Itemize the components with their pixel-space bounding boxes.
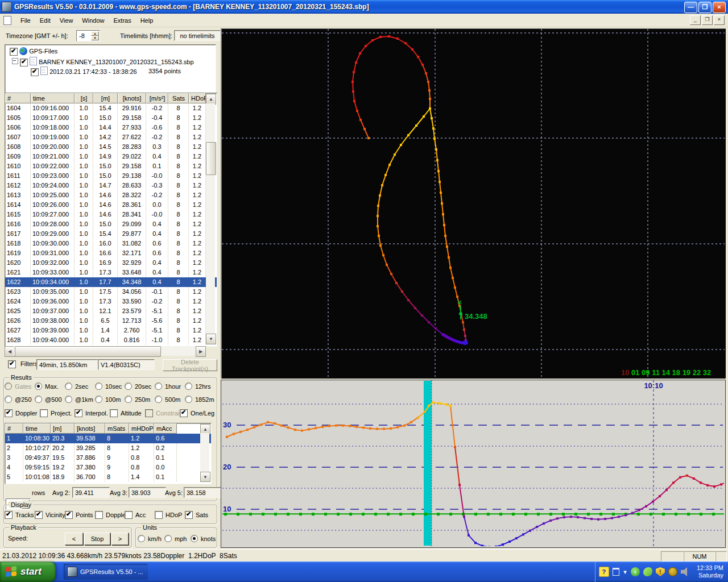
table-header-row[interactable]: #time[s][m][knots][m/s²]SatsHDoP — [5, 93, 217, 103]
tree-item-file[interactable]: BARNEY KENNEY_113201007_20120321_155243.… — [12, 57, 194, 66]
mdi-close-button[interactable]: × — [714, 15, 725, 25]
window-restore-icon[interactable] — [613, 568, 619, 576]
tree-item-session[interactable]: 2012.03.21 17:42:33 - 18:38:26 — [31, 66, 137, 76]
table-row[interactable]: 161510:09:27.0001.014.628.341-0.081.2 — [5, 210, 217, 219]
radio-icon[interactable] — [185, 396, 192, 403]
menu-edit[interactable]: Edit — [35, 15, 55, 26]
checkbox-project[interactable]: Project. — [40, 409, 72, 417]
radio-icon[interactable] — [65, 383, 72, 390]
playback-stop-button[interactable]: Stop — [84, 533, 110, 545]
checkbox-icon[interactable] — [8, 360, 16, 368]
radio-icon[interactable] — [164, 535, 172, 542]
mdi-minimize-button[interactable]: _ — [690, 15, 701, 25]
radio-10sec[interactable]: 10sec — [95, 383, 122, 390]
table-row[interactable]: 161810:09:30.0001.016.031.0820.681.2 — [5, 239, 217, 248]
table-row[interactable]: 162710:09:39.0001.01.42.760-5.181.2 — [5, 326, 217, 335]
spin-down-icon[interactable]: ▼ — [91, 36, 99, 40]
minimize-button[interactable]: ― — [684, 2, 697, 13]
scroll-thumb[interactable] — [206, 142, 216, 175]
table-row[interactable]: 161710:09:29.0001.015.429.8770.481.2 — [5, 229, 217, 239]
radio-icon[interactable] — [95, 383, 102, 390]
playback-prev-button[interactable]: < — [65, 533, 83, 545]
results-table-scrollbar[interactable]: ▲ ▼ — [200, 424, 209, 482]
radio-icon[interactable] — [125, 396, 132, 403]
table-row[interactable]: 162010:09:32.0001.016.932.9290.481.2 — [5, 258, 217, 268]
avg2-field[interactable]: 39.411 — [72, 487, 110, 498]
trackpoint-table[interactable]: #time[s][m][knots][m/s²]SatsHDoP160410:0… — [5, 93, 217, 347]
table-row[interactable]: 409:59:1519.237.38090.80.0 — [5, 463, 211, 472]
menu-view[interactable]: View — [55, 15, 78, 26]
checkbox-icon[interactable] — [65, 511, 73, 519]
radio-1km[interactable]: @1km — [65, 396, 93, 403]
checkbox-icon[interactable] — [75, 409, 82, 417]
scroll-thumb[interactable] — [15, 346, 161, 357]
checkbox-icon[interactable] — [31, 68, 39, 76]
checkbox-icon[interactable] — [185, 511, 193, 519]
checkbox-vicinity[interactable]: Vicinity — [35, 511, 65, 519]
table-row[interactable]: 110:08:3020.339.53881.20.6 — [5, 434, 211, 443]
menu-extras[interactable]: Extras — [109, 15, 135, 26]
checkbox-icon[interactable] — [10, 48, 18, 56]
radio-gates[interactable]: Gates — [5, 383, 31, 390]
table-row[interactable]: 160710:09:19.0001.014.227.622-0.281.2 — [5, 132, 217, 142]
table-row[interactable]: 160910:09:21.0001.014.929.0220.481.2 — [5, 152, 217, 161]
menu-window[interactable]: Window — [77, 15, 109, 26]
checkbox-icon[interactable] — [145, 409, 153, 417]
checkbox-doppler[interactable]: Doppler — [5, 409, 38, 417]
menu-file[interactable]: File — [16, 15, 35, 26]
collapse-icon[interactable] — [12, 58, 18, 64]
gps-files-tree[interactable]: GPS-Files BARNEY KENNEY_113201007_201203… — [5, 44, 216, 93]
table-row[interactable]: 162210:09:34.0001.017.734.3480.481.2 — [5, 277, 217, 287]
checkbox-icon[interactable] — [110, 409, 118, 417]
table-row[interactable]: 210:10:2720.239.28581.20.2 — [5, 443, 211, 453]
checkbox-icon[interactable] — [5, 409, 13, 417]
taskbar-task-gpsresults[interactable]: GPSResults V5.50 - ... — [64, 564, 148, 580]
checkbox-icon[interactable] — [40, 409, 48, 417]
radio-250m[interactable]: 250m — [125, 396, 151, 403]
radio-icon[interactable] — [35, 383, 42, 390]
filters-summary-field[interactable]: 49min, 15.850km — [36, 359, 98, 370]
radio-mph[interactable]: mph — [164, 535, 187, 542]
restore-button[interactable]: ❐ — [698, 2, 712, 13]
radio-icon[interactable] — [95, 396, 102, 403]
filters-checkbox[interactable]: Filters — [8, 360, 38, 368]
checkbox-constrain[interactable]: Constrain — [145, 409, 183, 417]
table-row[interactable]: 161010:09:22.0001.015.029.1580.181.2 — [5, 161, 217, 171]
volume-icon[interactable] — [681, 567, 690, 576]
radio-icon[interactable] — [65, 396, 72, 403]
taskbar-clock[interactable]: 12:33 PM Saturday — [697, 564, 723, 579]
table-row[interactable]: 510:01:0818.936.70081.40.1 — [5, 472, 211, 482]
checkbox-sats[interactable]: Sats — [185, 511, 208, 519]
checkbox-icon[interactable] — [20, 59, 28, 66]
table-row[interactable]: 161110:09:23.0001.015.029.138-0.081.2 — [5, 171, 217, 181]
table-row[interactable]: 162610:09:38.0001.06.512.713-5.681.2 — [5, 316, 217, 326]
radio-1hour[interactable]: 1hour — [155, 383, 181, 390]
checkbox-hdop[interactable]: HDoP — [155, 511, 182, 519]
firmware-version-field[interactable]: V1.4(B0315C) — [98, 359, 155, 370]
menu-help[interactable]: Help — [136, 15, 158, 26]
radio-icon[interactable] — [191, 535, 198, 542]
spin-up-icon[interactable]: ▲ — [91, 31, 99, 36]
scroll-down-icon[interactable]: ▼ — [206, 334, 216, 344]
delete-trackpoints-button[interactable]: Delete Trackpoint(s) — [163, 359, 217, 371]
radio-1852m[interactable]: 1852m — [185, 396, 214, 403]
timelimits-field[interactable]: no timelimits — [174, 30, 221, 41]
table-row[interactable]: 162310:09:35.0001.017.534.056-0.181.2 — [5, 287, 217, 297]
checkbox-icon[interactable] — [125, 511, 133, 519]
help-icon[interactable]: ? — [599, 567, 609, 577]
table-row[interactable]: 162510:09:37.0001.012.123.579-5.181.2 — [5, 306, 217, 316]
checkbox-altitude[interactable]: Altitude — [110, 409, 142, 417]
window-titlebar[interactable]: GPSResults V5.50 - 03.01.2009 - www.gps-… — [0, 0, 728, 14]
globe-icon[interactable] — [668, 567, 677, 576]
radio-20sec[interactable]: 20sec — [125, 383, 151, 390]
checkbox-doppler[interactable]: Doppler — [95, 511, 128, 519]
table-row[interactable]: 160610:09:18.0001.014.427.933-0.681.2 — [5, 123, 217, 132]
leaf-icon[interactable] — [643, 567, 652, 576]
radio-icon[interactable] — [155, 383, 162, 390]
radio-250[interactable]: @250 — [5, 396, 32, 403]
table-row[interactable]: 162410:09:36.0001.017.333.590-0.281.2 — [5, 297, 217, 306]
checkbox-icon[interactable] — [180, 409, 188, 417]
radio-icon[interactable] — [125, 383, 132, 390]
timezone-spinner[interactable]: -8 ▲▼ — [76, 30, 100, 41]
checkbox-interpol[interactable]: Interpol. — [75, 409, 108, 417]
